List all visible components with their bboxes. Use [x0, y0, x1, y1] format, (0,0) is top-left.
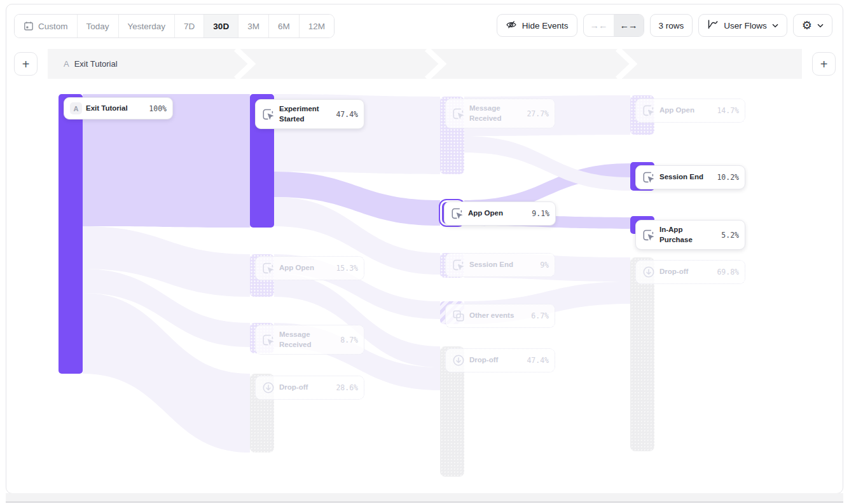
eye-off-icon [506, 19, 517, 32]
node-label: Message Received [469, 104, 523, 123]
flow-node-card-message-received[interactable]: Message Received27.7% [445, 99, 555, 128]
flow-node-card-in-app-purchase[interactable]: In-App Purchase5.2% [635, 220, 745, 250]
width-toggle: →← ←→ [583, 14, 644, 37]
date-range-6m[interactable]: 6M [269, 15, 300, 37]
node-label: Session End [659, 172, 703, 182]
event-icon [261, 107, 275, 121]
flow-node-card-session-end[interactable]: Session End10.2% [635, 165, 745, 189]
gear-icon: ⚙ [802, 20, 812, 31]
node-label: Drop-off [469, 355, 498, 365]
flow-node-card-other-events[interactable]: Other events6.7% [445, 304, 555, 328]
node-label: Drop-off [659, 267, 688, 277]
flow-node-card-session-end[interactable]: Session End9% [445, 253, 555, 277]
sankey-flow-links [0, 0, 849, 504]
node-value: 15.3% [336, 264, 358, 273]
node-value: 9.1% [532, 209, 549, 218]
node-value: 47.4% [527, 356, 549, 365]
event-icon [642, 170, 656, 184]
flow-node-card-experiment-started[interactable]: Experiment Started47.4% [255, 99, 364, 129]
calendar-icon [24, 21, 34, 31]
flow-node-card-exit-tutorial[interactable]: AExit Tutorial100% [64, 97, 173, 119]
event-icon [450, 207, 464, 221]
event-icon [642, 228, 656, 242]
node-label: Experiment Started [279, 104, 332, 124]
hide-events-button[interactable]: Hide Events [497, 14, 577, 37]
node-label: Other events [469, 311, 514, 321]
node-label: Message Received [279, 330, 336, 350]
date-range-custom[interactable]: Custom [15, 15, 78, 37]
node-value: 6.7% [531, 311, 549, 320]
node-label: App Open [468, 208, 503, 219]
event-icon [261, 261, 275, 275]
date-range-30d[interactable]: 30D [204, 15, 238, 37]
node-value: 28.6% [336, 383, 358, 392]
node-value: 47.4% [336, 110, 358, 119]
expand-width-button[interactable]: ←→ [614, 15, 644, 36]
node-value: 10.2% [717, 173, 739, 182]
chart-controls: Hide Events →← ←→ 3 rows User Flows ⚙ [497, 14, 832, 37]
date-range-7d[interactable]: 7D [175, 15, 204, 37]
event-icon [452, 258, 466, 272]
flow-node-card-message-received[interactable]: Message Received8.7% [255, 325, 364, 355]
flow-node-card-app-open[interactable]: App Open9.1% [444, 201, 556, 226]
node-value: 9% [540, 261, 549, 269]
flow-node-bar-drop-off[interactable] [630, 257, 654, 451]
view-selector-button[interactable]: User Flows [698, 14, 787, 37]
date-range-label: Custom [38, 22, 68, 31]
rows-button[interactable]: 3 rows [650, 14, 693, 37]
flow-node-card-drop-off[interactable]: Drop-off47.4% [445, 348, 555, 372]
node-label: Drop-off [279, 383, 308, 393]
node-value: 69.8% [717, 268, 739, 276]
date-range-3m[interactable]: 3M [238, 15, 269, 37]
add-step-right-button[interactable]: + [812, 52, 836, 76]
other-events-icon [452, 309, 466, 323]
collapse-icon: →← [590, 20, 607, 31]
date-range-yesterday[interactable]: Yesterday [119, 15, 176, 37]
step-letter-badge: A [70, 102, 82, 114]
collapse-width-button[interactable]: →← [584, 15, 614, 36]
plus-icon: + [22, 58, 30, 71]
date-range-12m[interactable]: 12M [300, 15, 334, 37]
node-label: App Open [279, 263, 314, 273]
event-icon [261, 333, 275, 347]
event-icon [642, 104, 656, 118]
settings-button[interactable]: ⚙ [793, 14, 832, 37]
node-label: In-App Purchase [659, 225, 717, 245]
flow-node-card-drop-off[interactable]: Drop-off28.6% [255, 376, 364, 400]
drop-off-icon [261, 381, 275, 395]
node-value: 27.7% [527, 109, 549, 118]
event-icon [452, 107, 466, 121]
expand-icon: ←→ [620, 20, 637, 31]
flow-node-card-drop-off[interactable]: Drop-off69.8% [635, 260, 745, 284]
plus-icon: + [820, 58, 828, 71]
date-range-today[interactable]: Today [78, 15, 119, 37]
add-step-left-button[interactable]: + [14, 52, 38, 76]
drop-off-icon [452, 353, 466, 367]
flow-node-bar-exit-tutorial[interactable] [59, 94, 83, 374]
date-range-selector: Custom Today Yesterday 7D 30D 3M 6M 12M [14, 14, 335, 38]
node-label: Session End [469, 260, 513, 270]
drop-off-icon [642, 265, 656, 279]
node-label: App Open [659, 106, 694, 116]
node-value: 5.2% [721, 231, 739, 240]
flow-node-card-app-open[interactable]: App Open14.7% [635, 99, 745, 123]
flow-node-card-app-open[interactable]: App Open15.3% [255, 256, 364, 280]
chevron-down-icon [817, 24, 824, 28]
chevron-down-icon [772, 24, 778, 28]
user-flows-chart-icon [707, 19, 719, 32]
node-label: Exit Tutorial [86, 104, 128, 114]
node-value: 100% [149, 104, 167, 113]
node-value: 8.7% [340, 336, 358, 344]
node-value: 14.7% [717, 106, 739, 115]
